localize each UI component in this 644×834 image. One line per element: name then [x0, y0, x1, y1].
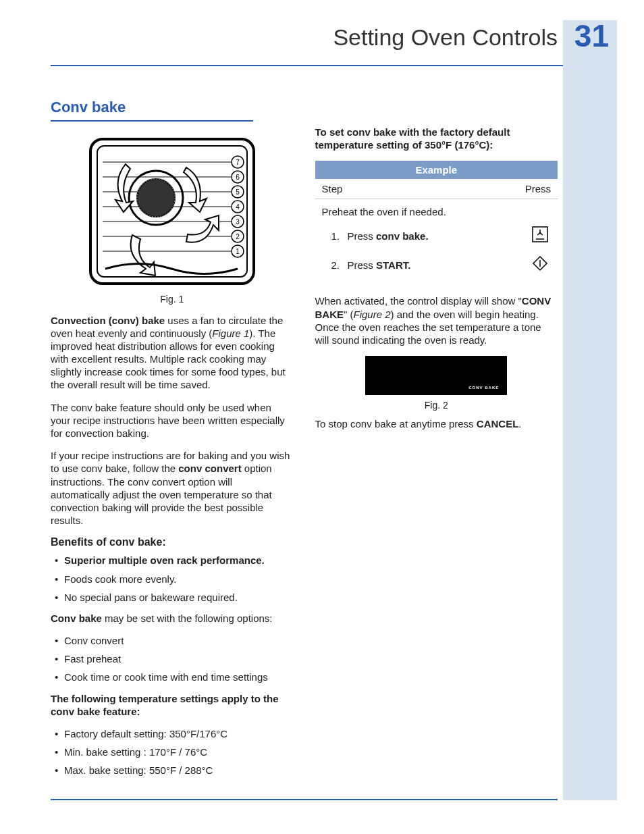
step-text: Press conv bake.: [348, 229, 530, 243]
list-item: No special pans or bakeware required.: [51, 591, 294, 604]
svg-text:2: 2: [236, 233, 240, 240]
col-step: Step: [322, 183, 343, 194]
display-text: CONV BAKE: [468, 386, 499, 390]
text: CANCEL: [477, 418, 519, 429]
options-list: Conv convertFast preheatCook time or coo…: [51, 634, 294, 684]
activation-paragraph: When activated, the control display will…: [315, 294, 558, 346]
temp-heading: The following temperature settings apply…: [51, 692, 294, 718]
temps-list: Factory default setting: 350°F/176°CMin.…: [51, 727, 294, 777]
options-intro: Conv bake may be set with the following …: [51, 612, 294, 625]
list-item: Max. bake setting: 550°F / 288°C: [51, 764, 294, 777]
benefits-heading: Benefits of conv bake:: [51, 536, 294, 548]
table-row: 2.Press START.: [322, 255, 552, 276]
page-header: Setting Oven Controls 31: [51, 19, 617, 66]
left-column: Conv bake: [51, 99, 294, 785]
paragraph-usage: The conv bake feature should only be use…: [51, 401, 294, 440]
paragraph-intro: Convection (conv) bake uses a fan to cir…: [51, 314, 294, 392]
figure-1-caption: Fig. 1: [51, 294, 294, 305]
instructions-intro: To set conv bake with the factory defaul…: [315, 126, 558, 151]
text: may be set with the following options:: [102, 613, 273, 624]
list-item: Fast preheat: [51, 652, 294, 665]
footer-rule: [51, 799, 558, 800]
oven-diagram-icon: 7654321: [85, 134, 259, 291]
step-number: 2.: [322, 258, 348, 272]
col-press: Press: [525, 183, 551, 194]
svg-text:4: 4: [236, 203, 240, 211]
step-number: 1.: [322, 229, 348, 243]
page: Setting Oven Controls 31 Conv bake: [0, 0, 644, 834]
table-row: 1.Press conv bake.: [322, 226, 552, 246]
text: " (: [344, 309, 354, 320]
side-tab: [563, 20, 617, 800]
text: To stop conv bake at anytime press: [315, 418, 477, 429]
section-heading: Conv bake: [51, 99, 294, 116]
list-item: Conv convert: [51, 634, 294, 647]
figure-2: CONV BAKE Fig. 2: [315, 356, 558, 411]
header-title: Setting Oven Controls: [333, 24, 558, 51]
stop-paragraph: To stop conv bake at anytime press CANCE…: [315, 417, 558, 430]
text: conv convert: [178, 463, 241, 474]
list-item: Min. bake setting : 170°F / 76°C: [51, 746, 294, 758]
page-number: 31: [574, 18, 609, 54]
benefits-list: Superior multiple oven rack performance.…: [51, 554, 294, 604]
svg-text:6: 6: [236, 174, 240, 181]
text: Figure 2: [354, 309, 391, 320]
paragraph-convert: If your recipe instructions are for baki…: [51, 449, 294, 527]
right-column: To set conv bake with the factory defaul…: [315, 99, 558, 785]
step-text: Press START.: [348, 258, 530, 272]
text: .: [518, 418, 521, 429]
list-item: Factory default setting: 350°F/176°C: [51, 727, 294, 740]
svg-text:5: 5: [236, 188, 240, 196]
list-item: Foods cook more evenly.: [51, 573, 294, 585]
header-rule: [51, 65, 563, 66]
svg-text:7: 7: [236, 159, 240, 166]
example-table: Example Step Press Preheat the oven if n…: [315, 161, 558, 285]
svg-rect-0: [90, 139, 254, 284]
section-rule: [51, 120, 253, 122]
text: Figure 1: [212, 328, 249, 339]
oven-display-icon: CONV BAKE: [365, 356, 507, 395]
table-title: Example: [315, 161, 558, 179]
figure-1: 7654321: [51, 134, 294, 305]
figure-2-caption: Fig. 2: [315, 400, 558, 411]
svg-text:3: 3: [236, 218, 240, 226]
svg-rect-1: [97, 146, 247, 277]
table-header-row: Step Press: [315, 179, 558, 199]
conv-bake-icon: [529, 226, 551, 246]
content: Conv bake: [51, 99, 558, 785]
table-body: Preheat the oven if needed. 1.Press conv…: [315, 199, 558, 285]
start-icon: [529, 255, 551, 276]
text: Conv bake: [51, 613, 102, 624]
text: When activated, the control display will…: [315, 295, 522, 307]
preheat-note: Preheat the oven if needed.: [322, 205, 552, 219]
list-item: Cook time or cook time with end time set…: [51, 671, 294, 683]
text: Convection (conv) bake: [51, 315, 165, 326]
svg-text:1: 1: [236, 248, 240, 255]
list-item: Superior multiple oven rack performance.: [51, 554, 294, 567]
